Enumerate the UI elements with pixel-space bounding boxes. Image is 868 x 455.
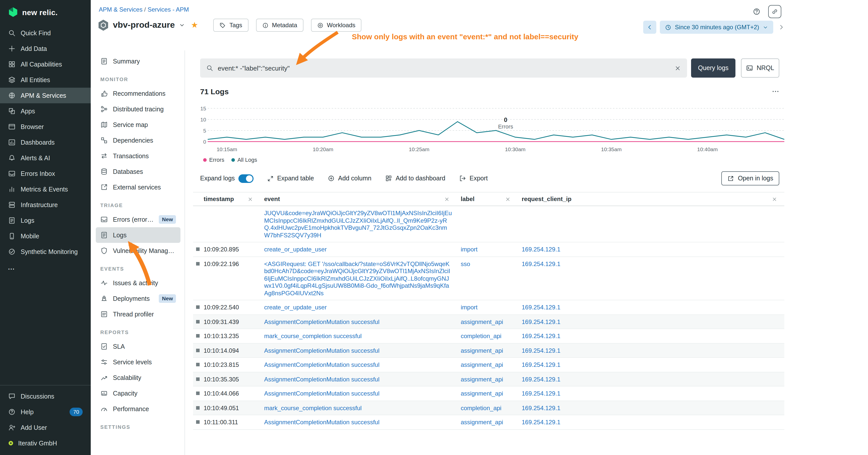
label-cell-link[interactable]: import xyxy=(461,304,477,311)
global-nav-item-account[interactable]: Iterativ GmbH xyxy=(0,435,91,451)
ip-cell-link[interactable]: 169.254.129.1 xyxy=(522,404,560,412)
query-logs-button[interactable]: Query logs xyxy=(691,59,736,77)
log-row[interactable]: 10:10:44.066AssignmentCompletionMutation… xyxy=(193,387,784,401)
remove-event-column-button[interactable] xyxy=(444,196,450,202)
label-cell-link[interactable]: assignment_api xyxy=(461,419,503,426)
ip-cell-link[interactable]: 169.254.129.1 xyxy=(522,246,560,253)
entity-nav-item-dependencies[interactable]: Dependencies xyxy=(96,132,181,148)
entity-nav-item-sla[interactable]: SLA xyxy=(96,338,181,354)
ip-cell-link[interactable]: 169.254.129.1 xyxy=(522,318,560,325)
global-nav-item-all-capabilities[interactable]: All Capabilities xyxy=(0,57,91,72)
entity-nav-item-capacity[interactable]: Capacity xyxy=(96,386,181,401)
entity-nav-item-vulnerability-management[interactable]: Vulnerability Management xyxy=(96,243,181,259)
log-row[interactable]: 10:09:22.540create_or_update_userimport1… xyxy=(193,300,784,315)
global-nav-item-infrastructure[interactable]: Infrastructure xyxy=(0,197,91,213)
global-nav-item-mobile[interactable]: Mobile xyxy=(0,228,91,244)
event-cell-link[interactable]: AssignmentCompletionMutation successful xyxy=(264,390,379,397)
nrql-button[interactable]: NRQL xyxy=(741,59,779,77)
global-nav-item-synthetic-monitoring[interactable]: Synthetic Monitoring xyxy=(0,244,91,260)
global-nav-item-all-entities[interactable]: All Entities xyxy=(0,72,91,88)
permalink-button[interactable] xyxy=(768,5,781,18)
ip-cell-link[interactable]: 169.254.129.1 xyxy=(522,376,560,383)
log-row[interactable]: 10:10:49.051mark_course_completion succe… xyxy=(193,401,784,415)
log-row[interactable]: 10:09:22.196<ASGIRequest: GET '/sso/call… xyxy=(193,257,784,300)
event-cell-link[interactable]: AssignmentCompletionMutation successful xyxy=(264,347,379,354)
global-nav-item-discussions[interactable]: Discussions xyxy=(0,389,91,404)
entity-nav-item-service-map[interactable]: Service map xyxy=(96,117,181,132)
log-row[interactable]: 10:09:31.439AssignmentCompletionMutation… xyxy=(193,315,784,329)
global-nav-item-dashboards[interactable]: Dashboards xyxy=(0,134,91,150)
label-cell-link[interactable]: completion_api xyxy=(461,404,501,412)
log-row[interactable]: 10:10:23.815AssignmentCompletionMutation… xyxy=(193,358,784,372)
label-cell-link[interactable]: import xyxy=(461,246,477,253)
expand-table-button[interactable]: Expand table xyxy=(267,175,314,182)
event-cell-link[interactable]: AssignmentCompletionMutation successful xyxy=(264,318,379,325)
entity-nav-item-external-services[interactable]: External services xyxy=(96,180,181,195)
ip-cell-link[interactable]: 169.254.129.1 xyxy=(522,332,560,339)
entity-nav-item-logs[interactable]: Logs xyxy=(96,227,181,243)
ip-cell-link[interactable]: 169.254.129.1 xyxy=(522,260,560,267)
metadata-button[interactable]: Metadata xyxy=(256,19,303,32)
global-nav-item-add-user[interactable]: Add User xyxy=(0,420,91,435)
entity-nav-item-scalability[interactable]: Scalability xyxy=(96,370,181,386)
remove-ip-column-button[interactable] xyxy=(772,196,777,202)
legend-all-logs[interactable]: All Logs xyxy=(231,157,257,163)
ip-cell-link[interactable]: 169.254.129.1 xyxy=(522,390,560,397)
breadcrumb-services-apm[interactable]: Services - APM xyxy=(148,6,189,13)
log-row[interactable]: 10:10:35.305AssignmentCompletionMutation… xyxy=(193,372,784,387)
global-nav-item-add-data[interactable]: Add Data xyxy=(0,41,91,57)
breadcrumb-apm-services[interactable]: APM & Services xyxy=(99,6,143,13)
label-cell-link[interactable]: assignment_api xyxy=(461,376,503,383)
favorite-star-icon[interactable]: ★ xyxy=(191,21,198,29)
label-cell-link[interactable]: assignment_api xyxy=(461,347,503,354)
log-row[interactable]: 10:09:20.895create_or_update_userimport1… xyxy=(193,242,784,257)
entity-nav-item-issues-activity[interactable]: Issues & activity xyxy=(96,275,181,291)
event-cell-link[interactable]: AssignmentCompletionMutation successful xyxy=(264,419,379,426)
label-cell-link[interactable]: assignment_api xyxy=(461,361,503,368)
ip-cell-link[interactable]: 169.254.129.1 xyxy=(522,347,560,354)
entity-nav-item-thread-profiler[interactable]: Thread profiler xyxy=(96,306,181,322)
event-cell-link[interactable]: AssignmentCompletionMutation successful xyxy=(264,376,379,383)
global-nav-item-browser[interactable]: Browser xyxy=(0,119,91,134)
entity-nav-item-errors-inbox[interactable]: Errors (errors inb...New xyxy=(96,212,181,227)
entity-nav-item-databases[interactable]: Databases xyxy=(96,164,181,180)
ip-cell-link[interactable]: 169.254.129.1 xyxy=(522,419,560,426)
event-cell-link[interactable]: JUQVU&code=eyJraWQiOiJjcGltY29yZV8wOTl1M… xyxy=(264,209,452,238)
global-nav-item-more[interactable]: ... xyxy=(0,260,91,275)
time-back-button[interactable] xyxy=(643,21,656,34)
legend-errors[interactable]: Errors xyxy=(203,157,224,163)
global-nav-item-alerts-ai[interactable]: Alerts & AI xyxy=(0,150,91,166)
brand[interactable]: new relic. xyxy=(0,0,91,25)
remove-timestamp-column-button[interactable] xyxy=(248,196,253,202)
global-nav-item-quick-find[interactable]: Quick Find xyxy=(0,25,91,41)
label-cell-link[interactable]: assignment_api xyxy=(461,390,503,397)
event-cell-link[interactable]: mark_course_completion successful xyxy=(264,332,362,339)
event-cell-link[interactable]: mark_course_completion successful xyxy=(264,404,362,412)
log-row[interactable]: 10:10:13.235mark_course_completion succe… xyxy=(193,329,784,344)
open-in-logs-button[interactable]: Open in logs xyxy=(721,171,779,186)
remove-label-column-button[interactable] xyxy=(505,196,510,202)
global-nav-item-help[interactable]: Help70 xyxy=(0,404,91,420)
event-cell-link[interactable]: AssignmentCompletionMutation successful xyxy=(264,361,379,368)
entity-nav-item-performance[interactable]: Performance xyxy=(96,401,181,417)
entity-nav-item-distributed-tracing[interactable]: Distributed tracing xyxy=(96,101,181,117)
clear-query-button[interactable] xyxy=(675,65,681,71)
event-cell-link[interactable]: create_or_update_user xyxy=(264,246,327,253)
entity-nav-item-service-levels[interactable]: Service levels xyxy=(96,354,181,370)
tags-button[interactable]: Tags xyxy=(213,19,248,32)
entity-nav-item-summary[interactable]: Summary xyxy=(96,54,181,69)
add-column-button[interactable]: Add column xyxy=(328,175,372,182)
label-cell-link[interactable]: completion_api xyxy=(461,332,501,339)
global-nav-item-apm-services[interactable]: APM & Services xyxy=(0,88,91,103)
entity-nav-item-transactions[interactable]: Transactions xyxy=(96,148,181,164)
entity-nav-item-recommendations[interactable]: Recommendations xyxy=(96,86,181,101)
ip-cell-link[interactable]: 169.254.129.1 xyxy=(522,361,560,368)
global-nav-item-apps[interactable]: Apps xyxy=(0,103,91,119)
more-options-button[interactable] xyxy=(772,88,779,95)
label-cell-link[interactable]: assignment_api xyxy=(461,318,503,325)
workloads-button[interactable]: Workloads xyxy=(311,19,362,32)
help-button[interactable] xyxy=(750,5,763,18)
expand-logs-toggle[interactable]: Expand logs xyxy=(200,174,253,183)
ip-cell-link[interactable]: 169.254.129.1 xyxy=(522,304,560,311)
toggle-on-switch[interactable] xyxy=(239,174,253,183)
